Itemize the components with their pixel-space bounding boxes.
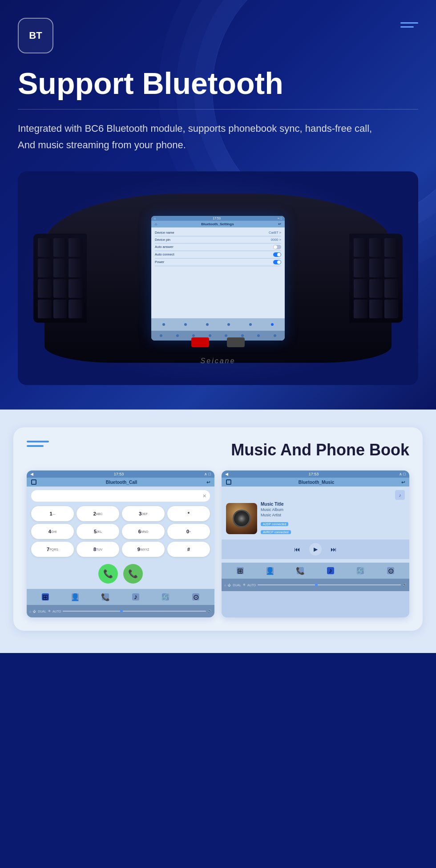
hero-divider <box>18 109 418 110</box>
key-9[interactable]: 9WXYZ <box>122 542 165 557</box>
nav-icon-2[interactable] <box>184 323 187 326</box>
music-album-text: Music Album <box>261 507 405 512</box>
card-menu-icon[interactable] <box>27 441 49 447</box>
nav-icon-4[interactable] <box>227 323 230 326</box>
call-eq-bar: ⌂ ⏻ DUAL ❄ AUTO 🔊 <box>27 605 214 617</box>
album-art-inner <box>226 503 257 534</box>
music-nav-music-icon[interactable]: ♪ <box>327 567 334 574</box>
phone-hangup-icon: 📞 <box>128 569 138 579</box>
eq-icon-8 <box>274 334 276 337</box>
eq-auto-label: AUTO <box>52 610 61 613</box>
eq-icon-1 <box>160 334 162 337</box>
keypad: 1— 2ABC 3DEF * 4GHI 5JKL 6MNO 0+ 7PQRS 8… <box>31 506 210 557</box>
nav-icon-1[interactable] <box>162 323 165 326</box>
call-home-icon[interactable] <box>31 479 36 485</box>
music-controls: ⏮ ▶ ⏭ <box>222 539 409 559</box>
call-search-bar[interactable]: ✕ <box>31 490 210 502</box>
avrcp-badge: AVRCP connected <box>261 530 291 534</box>
call-actions: 📞 📞 <box>31 562 210 585</box>
prev-track-button[interactable]: ⏮ <box>294 546 300 553</box>
key-6[interactable]: 6MNO <box>122 524 165 539</box>
nav-icon-6-active[interactable] <box>271 323 274 326</box>
music-phone-screen: ◀ 17:53 ∧ □ Bluetooth_Music ↩ ♪ <box>222 471 409 617</box>
call-nav-bar: Bluetooth_Call ↩ <box>27 478 214 487</box>
call-nav-link-icon[interactable]: 🔗 <box>162 593 169 600</box>
screen-row-device-name: Device name CarBT > <box>155 229 281 236</box>
hero-section: BT Support Bluetooth Integrated with BC6… <box>0 0 436 410</box>
call-button[interactable]: 📞 <box>98 564 118 584</box>
car-button-left[interactable] <box>191 337 209 347</box>
music-eq-power-icon: ⏻ <box>228 584 231 587</box>
phone-call-icon: 📞 <box>103 569 113 579</box>
music-eq-auto-label: AUTO <box>247 584 256 587</box>
call-nav-person-icon[interactable]: 👤 <box>72 593 79 600</box>
music-nav-link-icon[interactable]: 🔗 <box>357 567 364 574</box>
play-button[interactable]: ▶ <box>309 543 322 556</box>
key-star[interactable]: * <box>167 506 210 521</box>
search-clear-icon[interactable]: ✕ <box>202 493 206 499</box>
key-5[interactable]: 5JKL <box>77 524 119 539</box>
music-eq-home-icon: ⌂ <box>224 584 226 587</box>
nav-icon-5[interactable] <box>249 323 252 326</box>
auto-answer-toggle[interactable] <box>273 245 281 249</box>
music-nav-bar: Bluetooth_Music ↩ <box>222 478 409 487</box>
auto-connect-toggle[interactable] <box>273 252 281 257</box>
key-1[interactable]: 1— <box>31 506 74 521</box>
car-vent-left <box>33 234 87 323</box>
music-bottom-nav: ⊞ 👤 📞 ♪ 🔗 ⊙ <box>222 563 409 579</box>
next-track-button[interactable]: ⏭ <box>331 546 337 553</box>
hero-header: BT <box>18 18 418 53</box>
call-body: ✕ 1— 2ABC 3DEF * 4GHI 5JKL 6MNO 0+ 7PQRS… <box>27 487 214 589</box>
music-nav-location-icon[interactable]: ⊙ <box>387 567 394 574</box>
car-brand-label: Seicane <box>201 357 236 365</box>
key-2[interactable]: 2ABC <box>77 506 119 521</box>
key-8[interactable]: 8TUV <box>77 542 119 557</box>
key-4[interactable]: 4GHI <box>31 524 74 539</box>
car-button-right[interactable] <box>227 337 245 347</box>
hero-description: Integrated with BC6 Bluetooth module, su… <box>18 120 418 154</box>
music-eq-slider[interactable] <box>258 584 401 585</box>
key-0[interactable]: 0+ <box>167 524 210 539</box>
card-title: Music And Phone Book <box>231 441 409 459</box>
eq-dual-label: DUAL <box>38 610 46 613</box>
key-7[interactable]: 7PQRS <box>31 542 74 557</box>
music-title-text: Music Title <box>261 502 405 507</box>
eq-volume-icon: 🔊 <box>208 609 212 613</box>
screen-status-bar: ⌂ 17:53 ≈ □ <box>151 216 285 221</box>
key-hash[interactable]: # <box>167 542 210 557</box>
screen-row-power: Power <box>155 259 281 266</box>
music-album-row: Music Title Music Album Music Artist A2D… <box>226 502 405 535</box>
eq-icon-6 <box>241 334 244 337</box>
music-home-icon[interactable] <box>226 479 231 485</box>
eq-icon-7 <box>257 334 260 337</box>
screen-bottom-nav <box>151 318 285 331</box>
call-nav-phone-icon[interactable]: 📞 <box>102 593 109 600</box>
nav-icon-3[interactable] <box>206 323 209 326</box>
music-nav-phone-icon[interactable]: 📞 <box>297 567 304 574</box>
menu-button[interactable] <box>400 18 418 28</box>
power-toggle[interactable] <box>273 260 281 264</box>
eq-slider-1[interactable] <box>63 611 206 612</box>
call-nav-music-icon[interactable]: ♪ <box>132 593 139 600</box>
card-section: Music And Phone Book ◀ 17:53 ∧ □ Bluetoo… <box>0 410 436 653</box>
eq-icon-2 <box>176 334 179 337</box>
music-eq-dual-label: DUAL <box>233 584 241 587</box>
eq-icon-3 <box>192 334 195 337</box>
key-3[interactable]: 3DEF <box>122 506 165 521</box>
call-phone-screen: ◀ 17:53 ∧ □ Bluetooth_Call ↩ ✕ 1— 2ABC <box>27 471 214 617</box>
call-nav-location-icon[interactable]: ⊙ <box>192 593 199 600</box>
call-nav-grid-icon[interactable]: ⊞ <box>42 593 49 600</box>
eq-home-icon: ⌂ <box>29 610 31 613</box>
music-note-button[interactable]: ♪ <box>395 490 405 500</box>
call-bottom-nav: ⊞ 👤 📞 ♪ 🔗 ⊙ <box>27 589 214 605</box>
phones-row: ◀ 17:53 ∧ □ Bluetooth_Call ↩ ✕ 1— 2ABC <box>27 471 409 617</box>
album-art <box>226 503 257 534</box>
music-nav-person-icon[interactable]: 👤 <box>266 567 274 574</box>
music-nav-grid-icon[interactable]: ⊞ <box>237 567 244 574</box>
screen-row-device-pin: Device pin 0000 > <box>155 236 281 243</box>
screen-body: Device name CarBT > Device pin 0000 > Au… <box>151 227 285 318</box>
hangup-button[interactable]: 📞 <box>123 564 143 584</box>
screen-row-auto-answer: Auto answer <box>155 243 281 251</box>
eq-icon-5 <box>225 334 227 337</box>
card-inner: Music And Phone Book ◀ 17:53 ∧ □ Bluetoo… <box>13 427 423 631</box>
